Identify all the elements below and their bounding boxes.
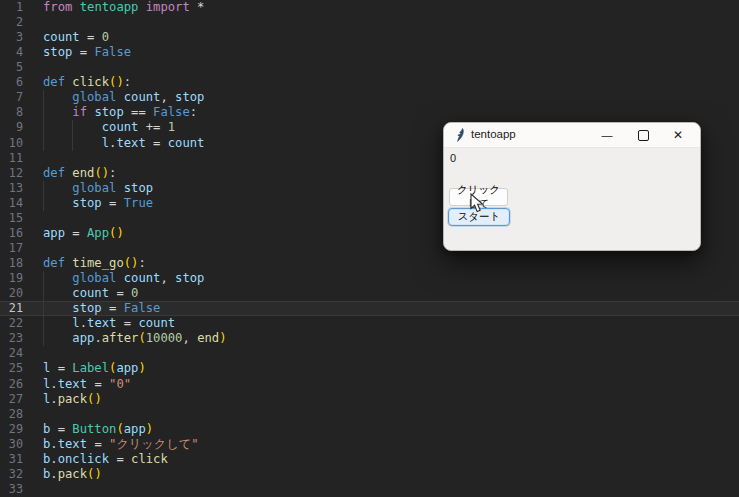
- indent-guide: [43, 181, 44, 211]
- code-text: count = 0: [43, 286, 138, 301]
- tentoapp-window: tentoapp — ✕ 0 クリックして スタート: [443, 122, 701, 251]
- code-text: l = Label(app): [43, 361, 146, 376]
- minimize-button[interactable]: —: [590, 123, 624, 147]
- code-line-5[interactable]: 5: [0, 60, 739, 75]
- code-text: l.text = count: [43, 316, 175, 331]
- code-text: l.pack(): [43, 392, 102, 407]
- line-number: 10: [0, 136, 23, 151]
- line-number: 3: [0, 30, 23, 45]
- code-line-25[interactable]: 25l = Label(app): [0, 361, 739, 376]
- code-line-24[interactable]: 24: [0, 346, 739, 361]
- line-number: 11: [0, 151, 23, 166]
- counter-label: 0: [450, 152, 456, 164]
- code-text: stop = False: [43, 45, 131, 60]
- line-number: 26: [0, 377, 23, 392]
- code-text: stop = False: [43, 301, 160, 316]
- code-text: if stop == False:: [43, 105, 197, 120]
- code-line-2[interactable]: 2: [0, 15, 739, 30]
- code-text: global count, stop: [43, 90, 204, 105]
- code-text: b = Button(app): [43, 422, 153, 437]
- line-number: 5: [0, 60, 23, 75]
- code-line-7[interactable]: 7 global count, stop: [0, 90, 739, 105]
- code-text: count += 1: [43, 120, 175, 135]
- window-titlebar[interactable]: tentoapp — ✕: [444, 123, 700, 148]
- indent-guide: [43, 271, 44, 346]
- line-number: 29: [0, 422, 23, 437]
- line-number: 1: [0, 0, 23, 15]
- code-line-29[interactable]: 29b = Button(app): [0, 422, 739, 437]
- line-number: 17: [0, 241, 23, 256]
- line-number: 28: [0, 407, 23, 422]
- line-number: 6: [0, 75, 23, 90]
- line-number: 13: [0, 181, 23, 196]
- line-number: 18: [0, 256, 23, 271]
- code-text: b.pack(): [43, 467, 102, 482]
- line-number: 25: [0, 361, 23, 376]
- tk-feather-icon: [455, 128, 465, 142]
- code-text: global stop: [43, 181, 153, 196]
- code-line-28[interactable]: 28: [0, 407, 739, 422]
- maximize-icon: [638, 130, 649, 141]
- code-line-18[interactable]: 18def time_go():: [0, 256, 739, 271]
- code-line-23[interactable]: 23 app.after(10000, end): [0, 331, 739, 346]
- line-number: 21: [0, 301, 23, 316]
- window-title: tentoapp: [471, 128, 516, 140]
- code-text: app = App(): [43, 226, 124, 241]
- code-line-32[interactable]: 32b.pack(): [0, 467, 739, 482]
- code-line-3[interactable]: 3count = 0: [0, 30, 739, 45]
- code-text: b.onclick = click: [43, 452, 168, 467]
- code-line-31[interactable]: 31b.onclick = click: [0, 452, 739, 467]
- code-text: global count, stop: [43, 271, 204, 286]
- code-line-8[interactable]: 8 if stop == False:: [0, 105, 739, 120]
- code-text: l.text = count: [43, 136, 204, 151]
- code-text: def click():: [43, 75, 131, 90]
- line-number: 7: [0, 90, 23, 105]
- code-line-4[interactable]: 4stop = False: [0, 45, 739, 60]
- line-number: 15: [0, 211, 23, 226]
- window-client-area: 0 クリックして スタート: [444, 148, 700, 252]
- line-number: 33: [0, 482, 23, 497]
- code-text: def time_go():: [43, 256, 146, 271]
- indent-guide: [43, 90, 44, 150]
- line-number: 24: [0, 346, 23, 361]
- vscode-editor-screen: 1from tentoapp import *23count = 04stop …: [0, 0, 739, 497]
- line-number: 22: [0, 316, 23, 331]
- close-button[interactable]: ✕: [661, 123, 695, 147]
- code-line-30[interactable]: 30b.text = "クリックして": [0, 437, 739, 452]
- line-number: 32: [0, 467, 23, 482]
- start-button[interactable]: スタート: [448, 208, 510, 226]
- line-number: 30: [0, 437, 23, 452]
- code-text: l.text = "0": [43, 377, 131, 392]
- code-text: b.text = "クリックして": [43, 437, 199, 452]
- code-line-19[interactable]: 19 global count, stop: [0, 271, 739, 286]
- maximize-button[interactable]: [626, 123, 660, 147]
- code-text: stop = True: [43, 196, 153, 211]
- line-number: 2: [0, 15, 23, 30]
- code-line-33[interactable]: 33: [0, 482, 739, 497]
- line-number: 4: [0, 45, 23, 60]
- line-number: 27: [0, 392, 23, 407]
- line-number: 23: [0, 331, 23, 346]
- line-number: 16: [0, 226, 23, 241]
- code-text: app.after(10000, end): [43, 331, 226, 346]
- code-line-21[interactable]: 21 stop = False: [0, 301, 739, 316]
- code-line-22[interactable]: 22 l.text = count: [0, 316, 739, 331]
- code-line-1[interactable]: 1from tentoapp import *: [0, 0, 739, 15]
- line-number: 19: [0, 271, 23, 286]
- code-text: from tentoapp import *: [43, 0, 204, 15]
- code-line-6[interactable]: 6def click():: [0, 75, 739, 90]
- line-number: 9: [0, 120, 23, 135]
- line-number: 12: [0, 166, 23, 181]
- code-text: count = 0: [43, 30, 109, 45]
- line-number: 8: [0, 105, 23, 120]
- line-number: 31: [0, 452, 23, 467]
- code-line-26[interactable]: 26l.text = "0": [0, 377, 739, 392]
- click-button[interactable]: クリックして: [449, 188, 508, 206]
- indent-guide: [72, 120, 73, 150]
- line-number: 20: [0, 286, 23, 301]
- line-number: 14: [0, 196, 23, 211]
- code-line-20[interactable]: 20 count = 0: [0, 286, 739, 301]
- code-line-27[interactable]: 27l.pack(): [0, 392, 739, 407]
- code-text: def end():: [43, 166, 116, 181]
